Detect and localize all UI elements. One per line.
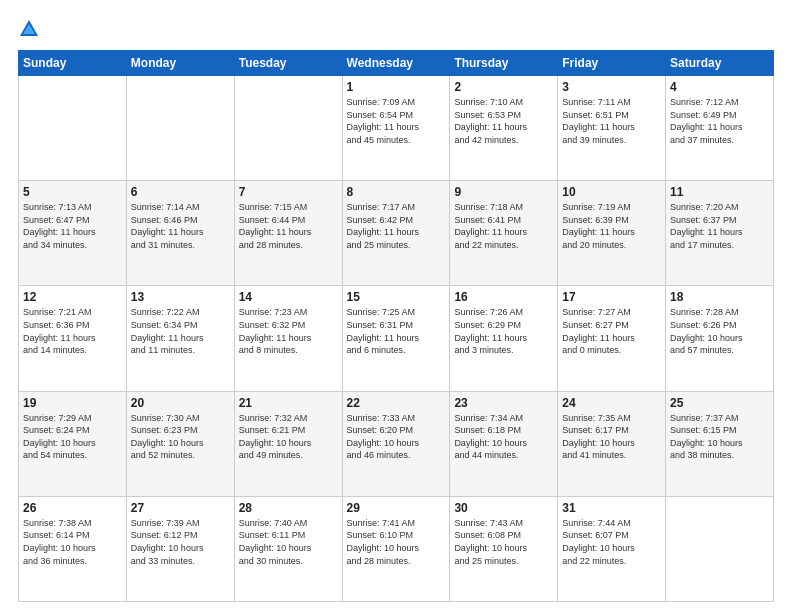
day-cell: 1Sunrise: 7:09 AM Sunset: 6:54 PM Daylig… (342, 76, 450, 181)
week-row-3: 12Sunrise: 7:21 AM Sunset: 6:36 PM Dayli… (19, 286, 774, 391)
day-number: 10 (562, 185, 661, 199)
day-cell: 22Sunrise: 7:33 AM Sunset: 6:20 PM Dayli… (342, 391, 450, 496)
day-cell: 8Sunrise: 7:17 AM Sunset: 6:42 PM Daylig… (342, 181, 450, 286)
calendar: SundayMondayTuesdayWednesdayThursdayFrid… (18, 50, 774, 602)
weekday-header-sunday: Sunday (19, 51, 127, 76)
day-cell: 30Sunrise: 7:43 AM Sunset: 6:08 PM Dayli… (450, 496, 558, 601)
day-cell: 17Sunrise: 7:27 AM Sunset: 6:27 PM Dayli… (558, 286, 666, 391)
day-number: 3 (562, 80, 661, 94)
day-info: Sunrise: 7:19 AM Sunset: 6:39 PM Dayligh… (562, 201, 661, 251)
day-info: Sunrise: 7:14 AM Sunset: 6:46 PM Dayligh… (131, 201, 230, 251)
day-cell: 4Sunrise: 7:12 AM Sunset: 6:49 PM Daylig… (666, 76, 774, 181)
day-cell (234, 76, 342, 181)
weekday-header-row: SundayMondayTuesdayWednesdayThursdayFrid… (19, 51, 774, 76)
day-cell: 13Sunrise: 7:22 AM Sunset: 6:34 PM Dayli… (126, 286, 234, 391)
day-info: Sunrise: 7:23 AM Sunset: 6:32 PM Dayligh… (239, 306, 338, 356)
day-cell: 2Sunrise: 7:10 AM Sunset: 6:53 PM Daylig… (450, 76, 558, 181)
weekday-header-friday: Friday (558, 51, 666, 76)
day-cell: 18Sunrise: 7:28 AM Sunset: 6:26 PM Dayli… (666, 286, 774, 391)
weekday-header-thursday: Thursday (450, 51, 558, 76)
page: SundayMondayTuesdayWednesdayThursdayFrid… (0, 0, 792, 612)
day-cell: 27Sunrise: 7:39 AM Sunset: 6:12 PM Dayli… (126, 496, 234, 601)
day-info: Sunrise: 7:13 AM Sunset: 6:47 PM Dayligh… (23, 201, 122, 251)
day-cell: 14Sunrise: 7:23 AM Sunset: 6:32 PM Dayli… (234, 286, 342, 391)
day-number: 29 (347, 501, 446, 515)
day-info: Sunrise: 7:17 AM Sunset: 6:42 PM Dayligh… (347, 201, 446, 251)
day-cell: 6Sunrise: 7:14 AM Sunset: 6:46 PM Daylig… (126, 181, 234, 286)
day-info: Sunrise: 7:38 AM Sunset: 6:14 PM Dayligh… (23, 517, 122, 567)
day-number: 30 (454, 501, 553, 515)
day-number: 13 (131, 290, 230, 304)
day-cell (19, 76, 127, 181)
day-cell: 12Sunrise: 7:21 AM Sunset: 6:36 PM Dayli… (19, 286, 127, 391)
day-number: 22 (347, 396, 446, 410)
day-cell: 10Sunrise: 7:19 AM Sunset: 6:39 PM Dayli… (558, 181, 666, 286)
day-number: 31 (562, 501, 661, 515)
day-number: 14 (239, 290, 338, 304)
day-number: 15 (347, 290, 446, 304)
day-cell: 7Sunrise: 7:15 AM Sunset: 6:44 PM Daylig… (234, 181, 342, 286)
day-number: 27 (131, 501, 230, 515)
logo-icon (18, 18, 40, 40)
day-number: 5 (23, 185, 122, 199)
day-number: 25 (670, 396, 769, 410)
day-info: Sunrise: 7:25 AM Sunset: 6:31 PM Dayligh… (347, 306, 446, 356)
day-cell: 21Sunrise: 7:32 AM Sunset: 6:21 PM Dayli… (234, 391, 342, 496)
day-info: Sunrise: 7:37 AM Sunset: 6:15 PM Dayligh… (670, 412, 769, 462)
day-info: Sunrise: 7:22 AM Sunset: 6:34 PM Dayligh… (131, 306, 230, 356)
day-cell (126, 76, 234, 181)
day-cell: 24Sunrise: 7:35 AM Sunset: 6:17 PM Dayli… (558, 391, 666, 496)
weekday-header-saturday: Saturday (666, 51, 774, 76)
day-info: Sunrise: 7:10 AM Sunset: 6:53 PM Dayligh… (454, 96, 553, 146)
day-number: 2 (454, 80, 553, 94)
day-number: 21 (239, 396, 338, 410)
day-number: 19 (23, 396, 122, 410)
logo (18, 18, 44, 40)
day-info: Sunrise: 7:33 AM Sunset: 6:20 PM Dayligh… (347, 412, 446, 462)
day-number: 23 (454, 396, 553, 410)
day-number: 11 (670, 185, 769, 199)
day-cell: 26Sunrise: 7:38 AM Sunset: 6:14 PM Dayli… (19, 496, 127, 601)
day-number: 9 (454, 185, 553, 199)
day-info: Sunrise: 7:27 AM Sunset: 6:27 PM Dayligh… (562, 306, 661, 356)
day-info: Sunrise: 7:12 AM Sunset: 6:49 PM Dayligh… (670, 96, 769, 146)
day-cell: 29Sunrise: 7:41 AM Sunset: 6:10 PM Dayli… (342, 496, 450, 601)
day-info: Sunrise: 7:26 AM Sunset: 6:29 PM Dayligh… (454, 306, 553, 356)
day-info: Sunrise: 7:41 AM Sunset: 6:10 PM Dayligh… (347, 517, 446, 567)
day-cell: 31Sunrise: 7:44 AM Sunset: 6:07 PM Dayli… (558, 496, 666, 601)
day-number: 20 (131, 396, 230, 410)
week-row-4: 19Sunrise: 7:29 AM Sunset: 6:24 PM Dayli… (19, 391, 774, 496)
day-cell: 19Sunrise: 7:29 AM Sunset: 6:24 PM Dayli… (19, 391, 127, 496)
day-cell: 15Sunrise: 7:25 AM Sunset: 6:31 PM Dayli… (342, 286, 450, 391)
day-info: Sunrise: 7:18 AM Sunset: 6:41 PM Dayligh… (454, 201, 553, 251)
day-info: Sunrise: 7:32 AM Sunset: 6:21 PM Dayligh… (239, 412, 338, 462)
day-info: Sunrise: 7:35 AM Sunset: 6:17 PM Dayligh… (562, 412, 661, 462)
day-info: Sunrise: 7:30 AM Sunset: 6:23 PM Dayligh… (131, 412, 230, 462)
day-info: Sunrise: 7:29 AM Sunset: 6:24 PM Dayligh… (23, 412, 122, 462)
day-number: 4 (670, 80, 769, 94)
day-number: 17 (562, 290, 661, 304)
day-cell: 20Sunrise: 7:30 AM Sunset: 6:23 PM Dayli… (126, 391, 234, 496)
week-row-1: 1Sunrise: 7:09 AM Sunset: 6:54 PM Daylig… (19, 76, 774, 181)
day-number: 18 (670, 290, 769, 304)
day-info: Sunrise: 7:15 AM Sunset: 6:44 PM Dayligh… (239, 201, 338, 251)
weekday-header-monday: Monday (126, 51, 234, 76)
day-cell: 25Sunrise: 7:37 AM Sunset: 6:15 PM Dayli… (666, 391, 774, 496)
day-cell: 11Sunrise: 7:20 AM Sunset: 6:37 PM Dayli… (666, 181, 774, 286)
day-info: Sunrise: 7:11 AM Sunset: 6:51 PM Dayligh… (562, 96, 661, 146)
day-cell: 28Sunrise: 7:40 AM Sunset: 6:11 PM Dayli… (234, 496, 342, 601)
day-info: Sunrise: 7:20 AM Sunset: 6:37 PM Dayligh… (670, 201, 769, 251)
day-number: 28 (239, 501, 338, 515)
day-info: Sunrise: 7:44 AM Sunset: 6:07 PM Dayligh… (562, 517, 661, 567)
header (18, 18, 774, 40)
week-row-5: 26Sunrise: 7:38 AM Sunset: 6:14 PM Dayli… (19, 496, 774, 601)
day-number: 1 (347, 80, 446, 94)
week-row-2: 5Sunrise: 7:13 AM Sunset: 6:47 PM Daylig… (19, 181, 774, 286)
day-info: Sunrise: 7:43 AM Sunset: 6:08 PM Dayligh… (454, 517, 553, 567)
day-number: 8 (347, 185, 446, 199)
day-info: Sunrise: 7:34 AM Sunset: 6:18 PM Dayligh… (454, 412, 553, 462)
weekday-header-tuesday: Tuesday (234, 51, 342, 76)
weekday-header-wednesday: Wednesday (342, 51, 450, 76)
day-cell: 3Sunrise: 7:11 AM Sunset: 6:51 PM Daylig… (558, 76, 666, 181)
day-cell: 23Sunrise: 7:34 AM Sunset: 6:18 PM Dayli… (450, 391, 558, 496)
